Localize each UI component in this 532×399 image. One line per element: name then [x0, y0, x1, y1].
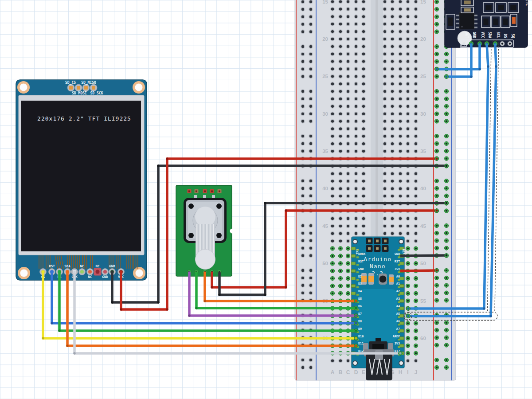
nano-pin-label: D3 [358, 282, 362, 286]
breadboard-hole [415, 105, 417, 108]
breadboard-hole-center [407, 330, 409, 332]
nano-pin-leg[interactable] [351, 270, 356, 273]
tft-pin-label: NC [80, 264, 84, 268]
nano-pin-leg[interactable] [399, 344, 404, 347]
breadboard-hole [391, 142, 394, 145]
tft-pin-pad-center [80, 270, 84, 274]
breadboard-hole [339, 30, 342, 33]
breadboard-hole [399, 8, 402, 10]
breadboard-hole [331, 172, 334, 175]
breadboard-hole [355, 53, 357, 55]
wire-bend-point [188, 314, 190, 317]
breadboard-hole [331, 67, 334, 70]
wire-nano-5v-to-rail[interactable] [401, 270, 437, 271]
nano-pin-leg[interactable] [399, 307, 404, 310]
wire-endpoint-center [436, 270, 438, 272]
breadboard-hole-center [446, 337, 447, 339]
rtc-pin-label: GND [472, 32, 476, 39]
breadboard-hole [407, 53, 409, 55]
nano-pin-label: VIN [402, 249, 406, 254]
breadboard-hole-center [407, 262, 409, 264]
breadboard-hole-center [446, 188, 447, 189]
breadboard-hole [399, 82, 402, 85]
breadboard-hole [399, 113, 402, 115]
breadboard-hole [301, 67, 304, 70]
nano-pin-label: A1 [396, 282, 400, 286]
encoder-board-notch [230, 229, 235, 234]
nano-pin-label: D4 [358, 289, 362, 293]
breadboard-hole [407, 23, 409, 25]
breadboard-hole [331, 120, 334, 122]
breadboard-hole [301, 239, 304, 242]
breadboard-hole-center [446, 90, 447, 92]
rtc-pin-label: SCL [496, 32, 500, 39]
wire-nano-gnd-to-rail[interactable] [401, 255, 446, 256]
wire-bend-point [66, 344, 68, 347]
breadboard-hole [309, 150, 312, 153]
breadboard-hole [301, 150, 304, 153]
nano-pin-leg[interactable] [399, 314, 404, 317]
breadboard-hole [383, 23, 386, 25]
breadboard-hole-center [436, 106, 438, 107]
breadboard-hole [355, 30, 357, 33]
breadboard-hole [399, 98, 402, 100]
nano-pin-leg[interactable] [399, 262, 404, 265]
breadboard-hole [362, 142, 365, 145]
breadboard-hole [391, 195, 394, 197]
breadboard-hole [407, 180, 409, 182]
wire-endpoint-center [355, 330, 357, 332]
breadboard-hole [301, 30, 304, 33]
nano-pin-leg[interactable] [399, 329, 404, 332]
breadboard-hole [391, 187, 394, 190]
breadboard-hole [399, 23, 402, 25]
breadboard-hole-center [436, 31, 438, 32]
nano-pin-leg[interactable] [351, 284, 356, 287]
arduino-nano[interactable]: ArduinoNano2.3TX1VIND0RXGNDRSTRSTGND+5VD… [351, 237, 406, 380]
wire-endpoint-center [436, 158, 438, 160]
wire-endpoint-center [446, 76, 448, 78]
breadboard-hole-center [407, 345, 409, 347]
rtc-chip-leg [456, 23, 459, 24]
tft-display-module[interactable]: SD_CSSD_MISOSD_MOSISD_SCK220x176 2.2" TF… [16, 80, 147, 280]
rotary-encoder-module[interactable] [176, 185, 235, 276]
nano-pin-leg[interactable] [351, 247, 356, 250]
nano-pin-leg[interactable] [351, 254, 356, 258]
breadboard-hole-center [347, 247, 349, 249]
nano-pin-leg[interactable] [399, 277, 404, 280]
breadboard-hole-center [347, 293, 349, 294]
breadboard-hole [391, 60, 394, 63]
breadboard-hole [415, 135, 417, 137]
breadboard-hole-center [436, 120, 438, 122]
breadboard-hole [391, 0, 394, 3]
breadboard-hole [415, 120, 417, 122]
rtc-module[interactable]: BATGNDVCCSDASCLDSSQRTC [445, 0, 530, 47]
nano-pin-leg[interactable] [399, 322, 404, 325]
breadboard-hole-center [436, 277, 438, 279]
breadboard-hole [331, 187, 334, 190]
breadboard-hole-center [446, 359, 447, 361]
nano-pin-leg[interactable] [399, 284, 404, 287]
breadboard-hole [309, 180, 312, 182]
breadboard-hole [399, 105, 402, 108]
breadboard-hole [362, 8, 365, 10]
breadboard-hole [309, 277, 312, 279]
breadboard-hole-center [332, 293, 333, 294]
nano-pin-leg[interactable] [399, 337, 404, 340]
nano-pin-leg[interactable] [351, 292, 356, 295]
nano-pin-leg[interactable] [351, 262, 356, 265]
breadboard-hole [415, 67, 417, 70]
breadboard-hole [383, 90, 386, 93]
breadboard-hole [355, 217, 357, 220]
breadboard-hole [407, 187, 409, 190]
breadboard-hole [347, 30, 349, 33]
tft-pin-label: NC [95, 264, 99, 268]
nano-mounting-hole [399, 239, 403, 244]
nano-pin-leg[interactable] [399, 299, 404, 302]
nano-pin-leg[interactable] [351, 277, 356, 280]
breadboard-hole [391, 8, 394, 10]
breadboard-hole [383, 180, 386, 182]
nano-pin-leg[interactable] [399, 292, 404, 295]
rtc-smd-body [498, 5, 504, 10]
breadboard-hole [301, 180, 304, 182]
breadboard-hole [347, 98, 349, 100]
